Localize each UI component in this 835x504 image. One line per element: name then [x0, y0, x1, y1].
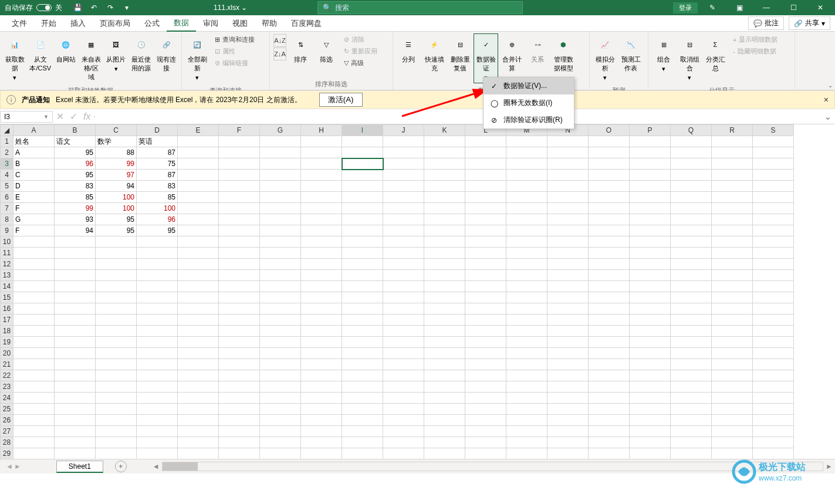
cell[interactable]	[547, 236, 589, 248]
cell[interactable]: A	[13, 147, 55, 158]
cell[interactable]	[13, 437, 55, 448]
cell[interactable]	[424, 404, 465, 415]
cell[interactable]	[424, 393, 465, 404]
cell[interactable]	[55, 281, 96, 292]
cell[interactable]: 99	[96, 158, 137, 170]
cell[interactable]	[547, 170, 589, 181]
cell[interactable]	[383, 437, 424, 448]
mode-switch-icon[interactable]: ✎	[700, 0, 725, 15]
cell[interactable]	[506, 248, 547, 259]
cell[interactable]	[383, 359, 424, 370]
cell[interactable]: 75	[137, 158, 178, 170]
cell[interactable]	[96, 337, 137, 348]
cell[interactable]	[342, 381, 383, 393]
cell[interactable]	[712, 236, 753, 248]
cell[interactable]	[547, 225, 589, 236]
horizontal-scrollbar[interactable]: ◄ ►	[150, 462, 835, 471]
cell[interactable]	[260, 270, 301, 281]
data-model-button[interactable]: ⬢管理数据模型	[552, 34, 575, 74]
cell[interactable]	[55, 348, 96, 359]
cell[interactable]	[712, 192, 753, 203]
cell[interactable]	[342, 348, 383, 359]
row-header[interactable]: 12	[1, 259, 13, 270]
cell[interactable]	[424, 214, 465, 225]
from-table-button[interactable]: ▦来自表格/区域	[80, 34, 103, 83]
cell[interactable]	[424, 448, 465, 459]
cell[interactable]	[547, 326, 589, 337]
cell[interactable]	[465, 136, 506, 147]
cell[interactable]	[219, 248, 260, 259]
cell[interactable]	[342, 281, 383, 292]
cell[interactable]	[260, 359, 301, 370]
cell[interactable]	[383, 214, 424, 225]
cell[interactable]: 95	[55, 170, 96, 181]
cell[interactable]	[753, 203, 794, 214]
cell[interactable]	[342, 359, 383, 370]
row-header[interactable]: 25	[1, 404, 13, 415]
cell[interactable]	[671, 147, 712, 158]
cell[interactable]	[712, 337, 753, 348]
cell[interactable]	[753, 136, 794, 147]
cell[interactable]: 95	[96, 225, 137, 236]
cell[interactable]	[424, 147, 465, 158]
cell[interactable]	[630, 136, 671, 147]
cell[interactable]	[547, 314, 589, 326]
cell[interactable]	[671, 415, 712, 426]
cell[interactable]	[383, 192, 424, 203]
cell[interactable]	[55, 303, 96, 314]
cell[interactable]: 100	[96, 203, 137, 214]
cell[interactable]	[178, 348, 219, 359]
cell[interactable]	[753, 147, 794, 158]
column-header[interactable]: O	[589, 125, 630, 136]
row-header[interactable]: 19	[1, 337, 13, 348]
cell[interactable]	[424, 136, 465, 147]
cell[interactable]	[178, 359, 219, 370]
column-header[interactable]: F	[219, 125, 260, 136]
scrollbar-thumb[interactable]	[163, 462, 198, 471]
cell[interactable]	[630, 348, 671, 359]
maximize-button[interactable]: ☐	[781, 0, 806, 15]
column-header[interactable]: I	[342, 125, 383, 136]
cell[interactable]	[301, 370, 342, 381]
cell[interactable]	[547, 158, 589, 170]
whatif-button[interactable]: 📈模拟分析▾	[593, 34, 617, 83]
enter-icon[interactable]: ✓	[70, 111, 77, 122]
dropdown-item-validate[interactable]: ✓ 数据验证(V)...	[484, 77, 574, 94]
row-header[interactable]: 18	[1, 326, 13, 337]
cell[interactable]	[506, 214, 547, 225]
cell[interactable]	[178, 181, 219, 192]
cell[interactable]	[506, 259, 547, 270]
cell[interactable]: 83	[137, 181, 178, 192]
cell[interactable]	[589, 337, 630, 348]
cell[interactable]	[260, 326, 301, 337]
subtotal-button[interactable]: Σ分类汇总	[704, 34, 727, 74]
close-button[interactable]: ✕	[808, 0, 833, 15]
cell[interactable]	[589, 281, 630, 292]
cell[interactable]	[301, 203, 342, 214]
cell[interactable]	[178, 437, 219, 448]
cell[interactable]	[465, 225, 506, 236]
cell[interactable]	[671, 214, 712, 225]
cell[interactable]	[219, 281, 260, 292]
cell[interactable]	[342, 437, 383, 448]
cell[interactable]	[671, 136, 712, 147]
redo-icon[interactable]: ↷	[106, 3, 115, 12]
cell[interactable]	[424, 370, 465, 381]
cell[interactable]	[260, 170, 301, 181]
cell[interactable]: 95	[55, 147, 96, 158]
relationships-button[interactable]: ⊶关系	[526, 34, 549, 65]
cell[interactable]	[342, 337, 383, 348]
minimize-button[interactable]: —	[754, 0, 779, 15]
cell[interactable]	[178, 381, 219, 393]
cell[interactable]	[589, 203, 630, 214]
cell[interactable]	[301, 348, 342, 359]
ungroup-button[interactable]: ⊟取消组合▾	[678, 34, 701, 83]
cell[interactable]	[137, 359, 178, 370]
cell[interactable]	[506, 181, 547, 192]
cell[interactable]	[96, 236, 137, 248]
cell[interactable]	[383, 448, 424, 459]
cell[interactable]	[342, 314, 383, 326]
cell[interactable]	[712, 158, 753, 170]
cell[interactable]	[383, 203, 424, 214]
cell[interactable]	[96, 248, 137, 259]
